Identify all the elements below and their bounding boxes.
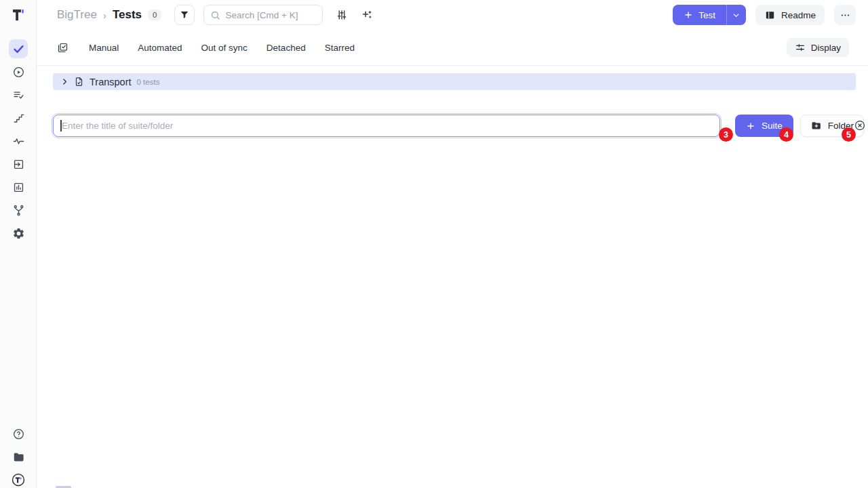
filter-tabs-bar: Manual Automated Out of sync Detached St… [37, 30, 868, 66]
tab-manual[interactable]: Manual [89, 43, 119, 53]
import-box-icon [12, 158, 25, 171]
more-options-button[interactable] [834, 5, 856, 25]
sidebar-item-milestones[interactable] [9, 108, 28, 127]
sidebar [0, 0, 37, 488]
select-all-icon[interactable] [57, 42, 68, 54]
tab-starred[interactable]: Starred [325, 43, 355, 53]
text-caret [60, 120, 62, 131]
book-icon [764, 9, 776, 21]
filter-button[interactable] [174, 5, 195, 25]
tab-detached[interactable]: Detached [267, 43, 306, 53]
sidebar-item-branches[interactable] [9, 201, 28, 220]
sidebar-item-help[interactable] [9, 424, 28, 443]
ai-sparkles-icon[interactable] [361, 9, 374, 22]
breadcrumb-current: Tests [113, 8, 142, 22]
annotation-badge-4: 4 [779, 127, 793, 142]
display-button[interactable]: Display [787, 38, 849, 57]
list-check-icon [12, 89, 25, 102]
app-logo[interactable] [0, 5, 37, 25]
suite-row-transport[interactable]: Transport 0 tests [53, 73, 856, 90]
sidebar-item-analytics[interactable] [9, 178, 28, 197]
chevron-right-icon[interactable] [60, 77, 69, 86]
filter-tabs: Manual Automated Out of sync Detached St… [89, 43, 355, 53]
funnel-icon [179, 9, 190, 20]
close-circle-icon[interactable] [854, 119, 866, 131]
add-test-dropdown-button[interactable] [726, 5, 746, 25]
sidebar-item-runs[interactable] [9, 62, 28, 81]
suite-test-count: 0 tests [137, 78, 160, 86]
display-sliders-icon [795, 42, 806, 53]
create-suite-row: Suite Folder 3 4 5 [53, 115, 856, 137]
help-circle-icon [12, 428, 25, 441]
sidebar-item-plans[interactable] [9, 85, 28, 104]
branch-icon [12, 204, 25, 217]
tab-out-of-sync[interactable]: Out of sync [201, 43, 248, 53]
activity-icon [12, 135, 25, 148]
check-icon [12, 43, 25, 56]
suite-title-input-wrap [53, 115, 720, 137]
search-input[interactable] [225, 10, 317, 20]
tab-automated[interactable]: Automated [138, 43, 182, 53]
sidebar-item-pulse[interactable] [9, 131, 28, 150]
plus-icon [746, 121, 755, 131]
gear-icon [12, 227, 25, 240]
ellipsis-icon [840, 9, 851, 21]
content-area: Transport 0 tests Suite Folder [37, 73, 868, 137]
suite-title-input[interactable] [53, 115, 720, 137]
file-check-icon [74, 77, 84, 87]
add-test-label: Test [698, 10, 715, 20]
bar-chart-box-icon [12, 181, 25, 194]
tests-count-badge: 0 [148, 9, 161, 20]
readme-button[interactable]: Readme [755, 5, 825, 25]
sidebar-footer [0, 424, 37, 488]
breadcrumb-project[interactable]: BigTree [57, 8, 97, 22]
play-circle-icon [12, 66, 25, 79]
annotation-badge-3: 3 [719, 127, 733, 142]
plus-icon [684, 10, 693, 20]
sidebar-nav [0, 39, 37, 243]
logo-circle-icon [11, 472, 26, 487]
annotation-badge-5: 5 [842, 127, 856, 142]
sidebar-item-projects[interactable] [9, 447, 28, 466]
main-area: BigTree › Tests 0 [37, 0, 868, 137]
sidebar-item-import[interactable] [9, 155, 28, 174]
search-icon [210, 10, 220, 20]
stairs-icon [12, 112, 25, 125]
sidebar-item-tests[interactable] [9, 39, 28, 58]
top-bar: BigTree › Tests 0 [37, 0, 868, 30]
add-test-split-button: Test [673, 5, 746, 25]
readme-label: Readme [781, 10, 816, 20]
display-label: Display [811, 43, 841, 53]
sidebar-item-settings[interactable] [9, 224, 28, 243]
adjustments-icon[interactable] [336, 9, 348, 21]
breadcrumb-separator: › [103, 9, 106, 21]
top-right-actions: Test Readme [673, 5, 856, 25]
testomat-logo-icon [10, 7, 26, 23]
folder-plus-icon [810, 120, 822, 131]
suite-title: Transport [90, 77, 132, 87]
create-suite-label: Suite [762, 121, 783, 131]
chevron-down-icon [732, 11, 741, 20]
search-box[interactable] [203, 5, 323, 25]
folder-icon [12, 451, 25, 464]
sidebar-item-account[interactable] [9, 470, 28, 488]
add-test-button[interactable]: Test [673, 5, 726, 25]
